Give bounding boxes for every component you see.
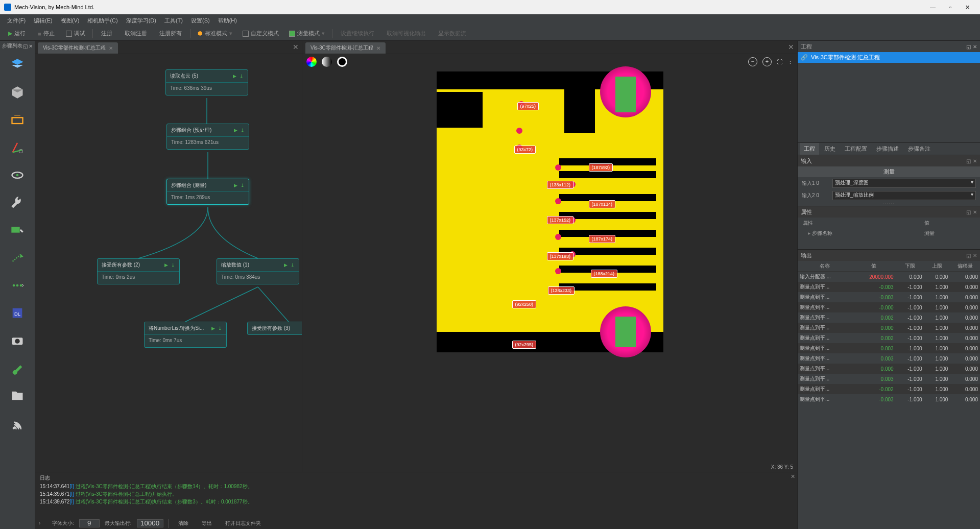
close-icon[interactable]: ✕ xyxy=(973,209,977,215)
tool-folder-icon[interactable] xyxy=(4,383,31,408)
menu-item[interactable]: 视图(V) xyxy=(58,15,83,26)
measure-mode-toggle[interactable]: 测量模式▾ xyxy=(286,29,328,38)
node-play-icon[interactable]: ▶ xyxy=(233,74,236,79)
output-row[interactable]: 测量点到平...0.002-1.0001.0000.000 xyxy=(798,333,980,343)
maximize-button[interactable]: ▫ xyxy=(943,2,958,12)
right-tab[interactable]: 历史 xyxy=(820,143,840,155)
undock-icon[interactable]: ◱ xyxy=(966,253,971,258)
measure-button[interactable]: 测量 xyxy=(798,166,980,177)
menu-item[interactable]: 工具(T) xyxy=(161,15,186,26)
close-button[interactable]: ✕ xyxy=(959,2,976,12)
font-size-input[interactable] xyxy=(79,519,100,527)
minimize-button[interactable]: — xyxy=(924,2,942,12)
clear-log-button[interactable]: 清除 xyxy=(174,519,193,528)
output-row[interactable]: 测量点到平...0.003-1.0001.0000.000 xyxy=(798,374,980,384)
output-row[interactable]: 测量点到平...0.000-1.0001.0000.000 xyxy=(798,323,980,333)
output-row[interactable]: 测量点到平...-0.003-1.0001.0000.000 xyxy=(798,282,980,292)
close-icon[interactable]: ✕ xyxy=(973,44,977,50)
graph-tab[interactable]: Vis-3C零部件检测-汇总工程✕ xyxy=(38,42,118,54)
menu-item[interactable]: 相机助手(C) xyxy=(84,15,121,26)
graph-node[interactable]: 将NumberList转换为Si...▶⤓Time: 0ms 7us xyxy=(144,322,227,348)
input2-select[interactable]: 预处理_缩放比例▾ xyxy=(832,191,976,200)
right-tab[interactable]: 工程 xyxy=(800,143,819,155)
tool-eye-icon[interactable] xyxy=(4,162,31,188)
cancel-vis-button[interactable]: 取消可视化输出 xyxy=(383,28,430,39)
node-play-icon[interactable]: ▶ xyxy=(234,128,237,133)
graph-canvas[interactable]: 读取点云 (5)▶⤓Time: 636ms 39us步骤组合 (预处理)▶⤓Ti… xyxy=(35,54,302,472)
open-log-folder-button[interactable]: 打开日志文件夹 xyxy=(221,519,265,528)
viewer-image[interactable]: (97x25)(93x72)(187x92)(138x112)(187x134)… xyxy=(302,69,797,472)
undock-icon[interactable]: ◱ xyxy=(966,158,971,164)
more-icon[interactable]: ⋮ xyxy=(787,59,793,65)
tool-camera-icon[interactable] xyxy=(4,328,31,353)
node-step-icon[interactable]: ⤓ xyxy=(240,74,244,79)
undock-icon[interactable]: ◱ xyxy=(23,43,28,49)
node-step-icon[interactable]: ⤓ xyxy=(241,128,245,133)
register-all-button[interactable]: 注册所有 xyxy=(155,28,186,39)
tool-frame-icon[interactable] xyxy=(4,107,31,133)
graph-node[interactable]: 读取点云 (5)▶⤓Time: 636ms 39us xyxy=(165,69,248,95)
tool-brush-icon[interactable] xyxy=(4,355,31,381)
resize-handle[interactable]: ∙∙∙∙∙∙ xyxy=(798,202,980,206)
close-icon[interactable]: ✕ xyxy=(29,43,33,49)
output-row[interactable]: 测量点到平...0.003-1.0001.0000.000 xyxy=(798,343,980,353)
target-icon[interactable] xyxy=(337,57,347,67)
node-step-icon[interactable]: ⤓ xyxy=(241,183,245,188)
right-tab[interactable]: 步骤备注 xyxy=(904,143,935,155)
unregister-button[interactable]: 取消注册 xyxy=(121,28,151,39)
menu-item[interactable]: 设置(S) xyxy=(188,15,213,26)
output-row[interactable]: 测量点到平...-0.000-1.0001.0000.000 xyxy=(798,302,980,312)
output-row[interactable]: 测量点到平...0.003-1.0001.0000.000 xyxy=(798,353,980,364)
node-step-icon[interactable]: ⤓ xyxy=(218,326,222,331)
output-row[interactable]: 输入分配器 ...20000.0000.0000.0000.000 xyxy=(798,272,980,282)
run-button[interactable]: 运行 xyxy=(4,28,30,39)
tool-axis-icon[interactable] xyxy=(4,135,31,160)
graph-node[interactable]: 缩放数值 (1)▶⤓Time: 0ms 384us xyxy=(217,258,299,284)
custom-mode-toggle[interactable]: 自定义模式 xyxy=(240,29,282,38)
standard-mode-toggle[interactable]: ⬢标准模式▾ xyxy=(195,29,235,38)
tab-close-icon[interactable]: ✕ xyxy=(376,45,380,51)
node-play-icon[interactable]: ▶ xyxy=(211,326,215,331)
node-step-icon[interactable]: ⤓ xyxy=(291,262,295,268)
log-close-icon[interactable]: ✕ xyxy=(791,473,795,480)
input1-select[interactable]: 预处理_深度图▾ xyxy=(832,179,976,188)
fullscreen-icon[interactable]: ⛶ xyxy=(777,59,782,65)
register-button[interactable]: 注册 xyxy=(97,28,116,39)
tool-dots-icon[interactable] xyxy=(4,273,31,298)
menu-item[interactable]: 编辑(E) xyxy=(31,15,56,26)
debug-checkbox[interactable]: 调试 xyxy=(63,29,88,38)
undock-icon[interactable]: ◱ xyxy=(966,44,971,50)
log-expand-icon[interactable]: › xyxy=(39,520,47,526)
graph-node[interactable]: 接受所有参数 (3)▶⤓ xyxy=(247,322,302,335)
stop-button[interactable]: 停止 xyxy=(34,28,59,39)
output-row[interactable]: 测量点到平...-0.003-1.0001.0000.000 xyxy=(798,394,980,404)
node-play-icon[interactable]: ▶ xyxy=(164,262,168,268)
tool-satellite-icon[interactable] xyxy=(4,411,31,436)
tool-wrench-icon[interactable] xyxy=(4,190,31,215)
colormap-icon[interactable] xyxy=(306,57,317,67)
tool-layers-icon[interactable] xyxy=(4,52,31,78)
grayscale-icon[interactable] xyxy=(322,57,332,67)
export-log-button[interactable]: 导出 xyxy=(198,519,216,528)
right-tab[interactable]: 步骤描述 xyxy=(872,143,903,155)
node-step-icon[interactable]: ⤓ xyxy=(171,262,175,268)
tab-close-icon[interactable]: ✕ xyxy=(109,45,113,51)
project-item[interactable]: 🔗Vis-3C零部件检测-汇总工程 xyxy=(798,52,980,63)
node-play-icon[interactable]: ▶ xyxy=(234,183,237,188)
output-row[interactable]: 测量点到平...0.002-1.0001.0000.000 xyxy=(798,312,980,323)
close-icon[interactable]: ✕ xyxy=(973,158,977,164)
viewer-close-icon[interactable]: ✕ xyxy=(787,43,795,51)
zoom-in-icon[interactable]: + xyxy=(762,57,772,66)
zoom-out-icon[interactable]: − xyxy=(748,57,757,66)
menu-item[interactable]: 帮助(H) xyxy=(215,15,240,26)
output-row[interactable]: 测量点到平...-0.002-1.0001.0000.000 xyxy=(798,384,980,394)
output-row[interactable]: 测量点到平...0.000-1.0001.0000.000 xyxy=(798,364,980,374)
undock-icon[interactable]: ◱ xyxy=(966,209,971,215)
menu-item[interactable]: 文件(F) xyxy=(4,15,29,26)
graph-close-icon[interactable]: ✕ xyxy=(292,43,300,51)
right-tab[interactable]: 工程配置 xyxy=(841,143,871,155)
node-play-icon[interactable]: ▶ xyxy=(284,262,288,268)
graph-node[interactable]: 步骤组合 (预处理)▶⤓Time: 1283ms 621us xyxy=(166,124,249,150)
tool-arrow-icon[interactable] xyxy=(4,245,31,271)
output-row[interactable]: 测量点到平...-0.003-1.0001.0000.000 xyxy=(798,292,980,302)
